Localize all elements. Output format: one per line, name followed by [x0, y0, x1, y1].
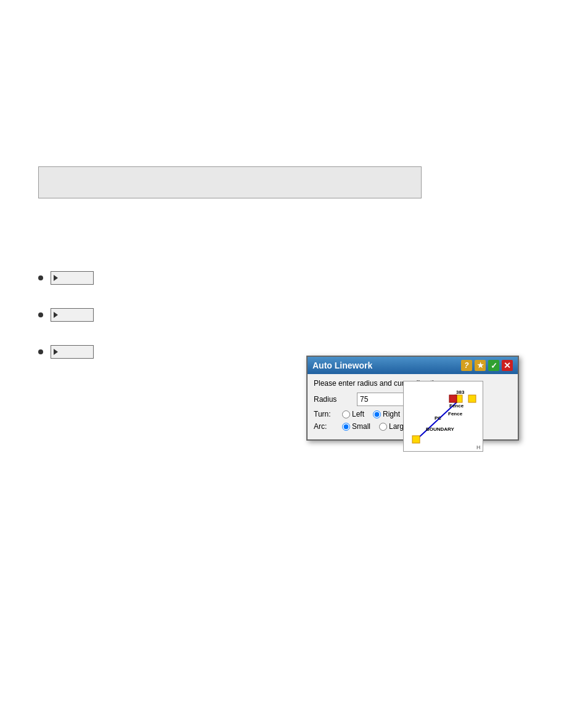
titlebar-icons: ? ★ ✓ ✕ [461, 360, 513, 371]
turn-label: Turn: [314, 410, 338, 418]
dialog-body: Please enter radius and curve direction.… [308, 374, 518, 439]
dialog-lower: Turn: Left Right Arc: Small [314, 410, 512, 434]
dialog-titlebar: Auto Linework ? ★ ✓ ✕ [308, 357, 518, 374]
button-1[interactable] [51, 271, 94, 285]
bullet-dot-3 [38, 349, 43, 354]
turn-right-option[interactable]: Right [373, 410, 400, 418]
arrow-icon-3 [54, 349, 58, 355]
bullet-list [38, 271, 94, 382]
bullet-dot-2 [38, 312, 43, 317]
gray-bar [38, 166, 422, 198]
arc-large-radio[interactable] [379, 423, 387, 431]
svg-text:PC: PC [435, 415, 441, 421]
svg-text:383: 383 [456, 389, 465, 395]
radius-label: Radius [314, 395, 357, 404]
svg-rect-2 [412, 436, 420, 443]
svg-text:Fence: Fence [449, 403, 464, 409]
arc-small-option[interactable]: Small [342, 422, 370, 431]
list-item-2 [38, 308, 94, 322]
turn-right-label: Right [383, 410, 400, 418]
ok-button[interactable]: ✓ [488, 360, 499, 371]
arc-small-radio[interactable] [342, 423, 350, 431]
bullet-dot-1 [38, 275, 43, 280]
list-item-3 [38, 345, 94, 359]
auto-linework-dialog: Auto Linework ? ★ ✓ ✕ Please enter radiu… [306, 356, 519, 441]
svg-text:H: H [476, 444, 481, 450]
help-icon[interactable]: ? [461, 360, 472, 371]
arrow-icon-2 [54, 312, 58, 318]
arc-small-label: Small [352, 422, 370, 431]
dialog-title: Auto Linework [312, 361, 461, 370]
svg-rect-5 [468, 395, 476, 402]
svg-text:BOUNDARY: BOUNDARY [426, 426, 455, 432]
turn-left-radio[interactable] [342, 410, 350, 418]
turn-left-label: Left [352, 410, 364, 418]
svg-text:Fence: Fence [448, 411, 463, 417]
arrow-icon-1 [54, 275, 58, 281]
preview-svg: 383 Fence Fence PC BOUNDARY H [404, 381, 483, 452]
preview-area: 383 Fence Fence PC BOUNDARY H [403, 381, 483, 452]
svg-rect-4 [449, 395, 457, 402]
close-button[interactable]: ✕ [502, 360, 513, 371]
star-icon[interactable]: ★ [475, 360, 486, 371]
button-3[interactable] [51, 345, 94, 359]
button-2[interactable] [51, 308, 94, 322]
turn-left-option[interactable]: Left [342, 410, 364, 418]
list-item-1 [38, 271, 94, 285]
turn-right-radio[interactable] [373, 410, 381, 418]
arc-label: Arc: [314, 422, 338, 431]
